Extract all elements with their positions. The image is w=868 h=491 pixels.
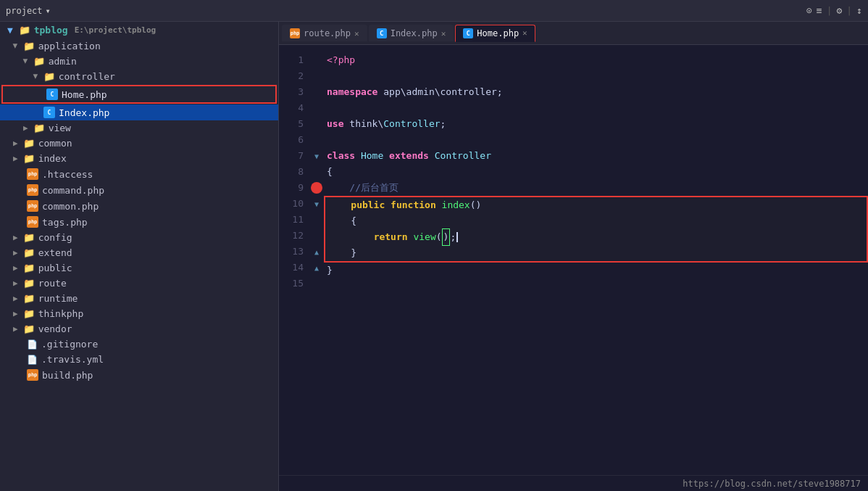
chevron-icon: ▶	[13, 154, 18, 163]
chevron-down-icon: ▾	[46, 6, 51, 16]
line-num-10: 10	[288, 196, 304, 212]
sidebar-item-label: common	[38, 138, 72, 149]
comment: //后台首页	[349, 180, 398, 196]
line-num-13: 13	[288, 244, 304, 260]
cursor	[456, 232, 458, 242]
toolbar: project ▾ ⊙ ≡ | ⚙ | ↕	[0, 0, 868, 22]
sidebar-item-controller[interactable]: ▶ 📁 controller	[0, 69, 278, 84]
fold-icon[interactable]: ▼	[314, 200, 319, 208]
kw-return: return	[374, 229, 408, 245]
tab-home-php[interactable]: C Home.php ✕	[455, 25, 535, 42]
php-file-icon: php	[290, 28, 300, 38]
sidebar-item-label: .travis.yml	[41, 354, 104, 365]
sidebar-item-admin[interactable]: ▶ 📁 admin	[0, 54, 278, 69]
sidebar-item-vendor[interactable]: ▶ 📁 vendor	[0, 321, 278, 337]
gutter-14: ▲	[309, 260, 324, 276]
sidebar-item-view[interactable]: ▶ 📁 view	[0, 120, 278, 136]
code-line-14: }	[324, 263, 868, 278]
sidebar-item-common-php[interactable]: php common.php	[0, 198, 278, 214]
code-line-1: <?php	[324, 52, 868, 68]
sidebar-item-tags-php[interactable]: php tags.php	[0, 214, 278, 230]
kw-class: class	[327, 148, 355, 164]
chevron-icon: ▶	[13, 294, 18, 303]
file-icon: php	[27, 168, 38, 180]
gutter-4	[309, 100, 324, 116]
space	[429, 148, 435, 164]
punct: ;	[441, 116, 446, 132]
toolbar-icon-1[interactable]: ⊙	[806, 5, 812, 16]
sidebar-item-index-php[interactable]: C Index.php	[0, 104, 278, 120]
toolbar-icon-3[interactable]: ⚙	[837, 5, 843, 16]
sidebar-item-label: public	[38, 263, 72, 273]
open-paren: (	[436, 229, 442, 245]
file-icon: 📄	[27, 339, 38, 350]
sidebar-item-command-php[interactable]: php command.php	[0, 182, 278, 198]
tab-label: route.php	[304, 28, 351, 38]
folder-icon: 📁	[23, 323, 35, 334]
line-num-7: 7	[288, 148, 304, 164]
sidebar-item-build-php[interactable]: php build.php	[0, 367, 278, 383]
breakpoint-marker[interactable]	[311, 182, 322, 194]
folder-icon: 📁	[43, 71, 55, 82]
tab-close-icon[interactable]: ✕	[522, 28, 527, 38]
main-layout: ▼ 📁 tpblog E:\project\tpblog ▶ 📁 applica…	[0, 22, 868, 491]
space	[385, 197, 391, 213]
fold-icon[interactable]: ▼	[314, 152, 319, 160]
sidebar-item-home-php[interactable]: C Home.php	[1, 85, 277, 104]
code-line-3: namespace app\admin\controller ;	[324, 84, 868, 100]
sidebar-item-htaccess[interactable]: php .htaccess	[0, 166, 278, 182]
line-num-2: 2	[288, 68, 304, 84]
ns-path: think\	[343, 116, 383, 132]
project-root[interactable]: ▼ 📁 tpblog E:\project\tpblog	[0, 22, 278, 38]
sidebar-item-gitignore[interactable]: 📄 .gitignore	[0, 337, 278, 352]
tab-bar: php route.php ✕ C Index.php ✕ C Home.php…	[279, 22, 868, 45]
code-line-8: {	[324, 164, 868, 180]
folder-icon: 📁	[23, 138, 35, 149]
code-editor[interactable]: 1 2 3 4 5 6 7 8 9 10 11 12 13 14 15	[279, 45, 868, 475]
tab-index-php[interactable]: C Index.php ✕	[369, 25, 454, 41]
tab-close-icon[interactable]: ✕	[354, 29, 359, 38]
code-line-5: use think\Controller;	[324, 116, 868, 132]
class-name-controller: Controller	[435, 148, 491, 164]
url-text: https://blog.csdn.net/steve1988717	[683, 479, 861, 489]
sidebar-item-extend[interactable]: ▶ 📁 extend	[0, 245, 278, 260]
sidebar-item-application[interactable]: ▶ 📁 application	[0, 38, 278, 54]
tab-route-php[interactable]: php route.php ✕	[282, 25, 367, 41]
line-num-8: 8	[288, 164, 304, 180]
sidebar-item-thinkphp[interactable]: ▶ 📁 thinkphp	[0, 306, 278, 321]
code-line-15	[324, 278, 868, 294]
sidebar-item-public[interactable]: ▶ 📁 public	[0, 260, 278, 276]
line-num-15: 15	[288, 276, 304, 292]
php-file-icon: php	[27, 200, 38, 212]
gutter-8	[309, 164, 324, 180]
fold-icon[interactable]: ▲	[314, 264, 319, 272]
indent	[328, 197, 351, 213]
toolbar-icon-2[interactable]: ≡	[817, 5, 822, 16]
code-line-2	[324, 68, 868, 84]
line-num-1: 1	[288, 52, 304, 68]
sidebar-item-runtime[interactable]: ▶ 📁 runtime	[0, 291, 278, 306]
gutter-5	[309, 116, 324, 132]
sidebar-item-config[interactable]: ▶ 📁 config	[0, 230, 278, 245]
chevron-icon: ▶	[11, 44, 20, 49]
php-open-tag: <?php	[327, 52, 355, 68]
sidebar-item-index[interactable]: ▶ 📁 index	[0, 151, 278, 166]
sidebar-item-travis-yml[interactable]: 📄 .travis.yml	[0, 352, 278, 367]
fold-icon[interactable]: ▲	[314, 248, 319, 256]
folder-icon: 📁	[23, 293, 35, 304]
sidebar-item-route[interactable]: ▶ 📁 route	[0, 276, 278, 291]
toolbar-icon-4[interactable]: ↕	[856, 5, 862, 16]
indent	[328, 213, 351, 229]
project-selector[interactable]: project ▾	[6, 6, 51, 16]
sidebar-item-common[interactable]: ▶ 📁 common	[0, 136, 278, 151]
close-paren-view: )	[442, 228, 451, 246]
ns-path: app\admin\controller	[377, 84, 496, 100]
open-brace: {	[327, 164, 333, 180]
tab-close-icon[interactable]: ✕	[441, 29, 446, 38]
gutter-7: ▼	[309, 148, 324, 164]
space	[436, 197, 442, 213]
code-content[interactable]: <?php namespace app\admin\controller ; u…	[324, 45, 868, 475]
gutter-15	[309, 276, 324, 292]
code-line-13: }	[325, 245, 867, 261]
code-line-10: public function index ()	[325, 197, 867, 213]
